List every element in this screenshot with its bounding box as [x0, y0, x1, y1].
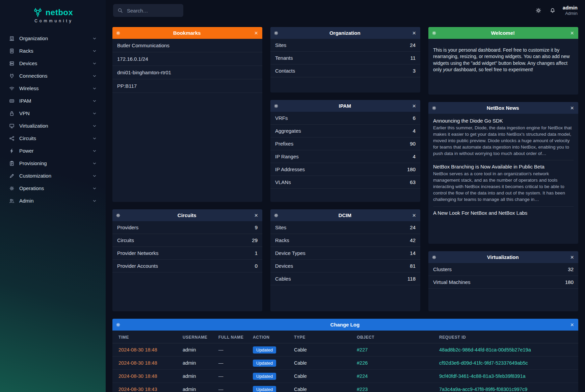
stat-value-link[interactable]: 1	[255, 250, 258, 256]
widget-close-icon[interactable]: ×	[253, 30, 259, 36]
stat-value-link[interactable]: 32	[568, 266, 574, 272]
stat-value-link[interactable]: 4	[413, 154, 416, 159]
cable-icon	[9, 73, 15, 79]
news-item-body: Earlier this summer, Diode, the data ing…	[433, 125, 574, 157]
sidebar-item-devices[interactable]: Devices	[5, 57, 100, 70]
changelog-object-link[interactable]: #226	[357, 360, 368, 366]
stat-value-link[interactable]: 90	[410, 141, 416, 147]
stat-value-link[interactable]: 9	[255, 225, 258, 230]
sidebar-item-organization[interactable]: Organization	[5, 32, 100, 45]
widget-circuits: Circuits × Providers 9 Circuits 29 Provi…	[112, 209, 262, 311]
stat-value-link[interactable]: 0	[255, 263, 258, 269]
sidebar-item-vpn[interactable]: VPN	[5, 107, 100, 120]
sidebar-item-ipam[interactable]: IPAM	[5, 95, 100, 107]
sidebar-item-operations[interactable]: Operations	[5, 182, 100, 194]
changelog-object-link[interactable]: #224	[357, 373, 368, 379]
widget-welcome: Welcome! × This is your personal dashboa…	[428, 27, 578, 95]
widget-close-icon[interactable]: ×	[411, 103, 417, 109]
stat-value-link[interactable]: 29	[252, 237, 258, 243]
changelog-object-link[interactable]: #227	[357, 347, 368, 352]
stat-value-link[interactable]: 4	[413, 128, 416, 134]
sidebar-item-admin[interactable]: Admin	[5, 194, 100, 207]
widget-config-icon[interactable]	[274, 213, 278, 218]
changelog-request-id-link[interactable]: cf92d3e6-d09d-41fc-9fd7-52337649ab5c	[439, 360, 528, 366]
stat-value-link[interactable]: 14	[410, 250, 416, 256]
lock-icon	[9, 111, 15, 116]
widget-close-icon[interactable]: ×	[411, 30, 417, 36]
topbar: admin Admin	[106, 0, 585, 21]
stat-row: Prefixes 90	[270, 137, 420, 150]
user-menu[interactable]: admin Admin	[563, 5, 578, 16]
widget-config-icon[interactable]	[116, 31, 121, 35]
sidebar-item-customization[interactable]: Customization	[5, 169, 100, 182]
widget-close-icon[interactable]: ×	[569, 105, 575, 111]
widget-config-icon[interactable]	[432, 106, 436, 110]
sidebar-item-connections[interactable]: Connections	[5, 70, 100, 82]
stat-label: Sites	[275, 225, 286, 230]
sidebar-item-provisioning[interactable]: Provisioning	[5, 157, 100, 169]
stat-row: Tenants 11	[270, 52, 420, 64]
stat-value-link[interactable]: 63	[410, 179, 416, 185]
changelog-time-link[interactable]: 2024-08-30 18:43	[118, 387, 157, 392]
stat-value-link[interactable]: 6	[413, 115, 416, 121]
changelog-request-id-link[interactable]: 9cf40fdf-3461-4c88-81a3-5feb39f8391a	[439, 373, 526, 379]
widget-close-icon[interactable]: ×	[569, 322, 575, 328]
widget-config-icon[interactable]	[116, 213, 121, 218]
stat-value-link[interactable]: 81	[410, 263, 416, 269]
stat-value-link[interactable]: 42	[410, 237, 416, 243]
theme-toggle-button[interactable]	[534, 6, 542, 15]
stat-value-link[interactable]: 11	[410, 55, 416, 61]
news-item-title[interactable]: A New Look For NetBox and NetBox Labs	[433, 210, 574, 216]
sidebar-item-racks[interactable]: Racks	[5, 45, 100, 57]
changelog-object-link[interactable]: #223	[357, 387, 368, 392]
widget-config-icon[interactable]	[274, 104, 278, 108]
stat-value-link[interactable]: 180	[407, 166, 416, 172]
news-item-title[interactable]: NetBox Branching is Now Available in Pub…	[433, 164, 574, 169]
sidebar-item-circuits[interactable]: Circuits	[5, 132, 100, 145]
widget-close-icon[interactable]: ×	[253, 212, 259, 218]
stat-label: Circuits	[117, 237, 134, 243]
bookmark-item[interactable]: Butler Communications	[112, 39, 262, 52]
changelog-time-link[interactable]: 2024-08-30 18:48	[118, 360, 157, 366]
widget-config-icon[interactable]	[274, 31, 278, 35]
changelog-row: 2024-08-30 18:48 admin — Updated Cable #…	[112, 370, 578, 383]
stat-label: Contacts	[275, 68, 295, 74]
news-item-title[interactable]: Announcing the Diode Go SDK	[433, 118, 574, 124]
changelog-time-link[interactable]: 2024-08-30 18:48	[118, 347, 157, 352]
bookmark-item[interactable]: PP:B117	[112, 79, 262, 93]
changelog-request-id-link[interactable]: 7a3c4a9a-acc9-47f8-89f6-f08301c997c9	[439, 387, 527, 392]
stat-value-link[interactable]: 180	[565, 279, 574, 285]
changelog-time-link[interactable]: 2024-08-30 18:48	[118, 373, 157, 379]
widget-close-icon[interactable]: ×	[411, 212, 417, 218]
widget-close-icon[interactable]: ×	[569, 30, 575, 36]
changelog-request-id-link[interactable]: 48ad8b2c-986d-44fd-81ca-00d55b27e19a	[439, 347, 531, 352]
chevron-down-icon	[92, 61, 97, 66]
sidebar-item-label: Devices	[19, 60, 88, 66]
widget-title: Welcome!	[436, 30, 569, 36]
changelog-username: admin	[179, 357, 214, 370]
bookmark-item[interactable]: 172.16.0.1/24	[112, 52, 262, 66]
server-icon	[9, 61, 15, 66]
widget-close-icon[interactable]: ×	[569, 254, 575, 260]
sidebar-item-label: Virtualization	[19, 123, 88, 129]
stat-value-link[interactable]: 24	[410, 225, 416, 230]
notifications-button[interactable]	[549, 6, 557, 15]
sidebar-item-power[interactable]: Power	[5, 145, 100, 157]
stat-row: Clusters 32	[428, 263, 578, 276]
search-input[interactable]	[126, 7, 179, 14]
bolt-icon	[9, 148, 15, 154]
brand-logo[interactable]: netbox Community	[0, 0, 106, 27]
stat-value-link[interactable]: 24	[410, 42, 416, 48]
widget-config-icon[interactable]	[432, 31, 436, 35]
widget-config-icon[interactable]	[432, 255, 436, 260]
bell-icon	[550, 8, 555, 13]
stat-value-link[interactable]: 118	[407, 276, 416, 282]
changelog-username: admin	[179, 370, 214, 383]
sidebar-item-wireless[interactable]: Wireless	[5, 82, 100, 95]
monitor-icon	[9, 123, 15, 129]
sidebar-item-virtualization[interactable]: Virtualization	[5, 120, 100, 132]
widget-config-icon[interactable]	[116, 322, 121, 327]
changelog-row: 2024-08-30 18:48 admin — Updated Cable #…	[112, 343, 578, 357]
bookmark-item[interactable]: dmi01-binghamton-rtr01	[112, 66, 262, 79]
stat-value-link[interactable]: 3	[413, 68, 416, 74]
